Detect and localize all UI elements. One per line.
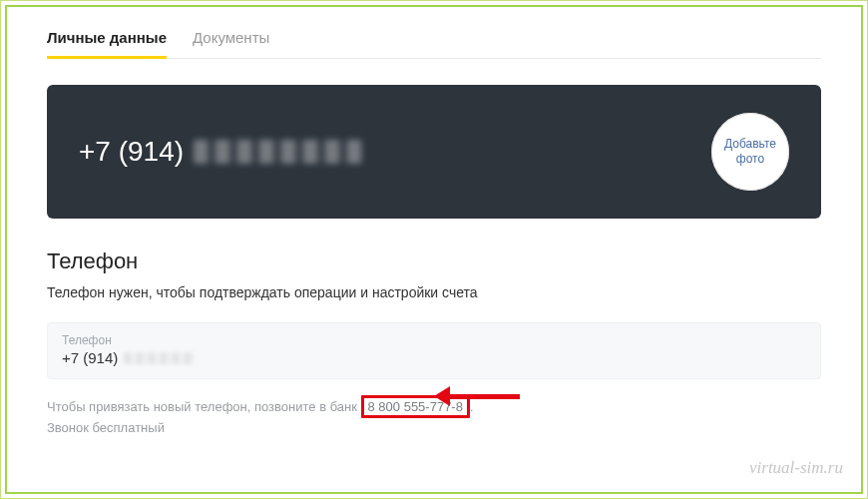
phone-section: Телефон Телефон нужен, чтобы подтверждат…	[47, 249, 821, 439]
phone-prefix: +7 (914)	[79, 136, 184, 168]
phone-field[interactable]: Телефон +7 (914)	[47, 322, 821, 379]
section-title: Телефон	[47, 249, 821, 274]
phone-value-prefix: +7 (914)	[62, 349, 118, 366]
watermark: virtual-sim.ru	[749, 458, 843, 478]
tabs: Личные данные Документы	[47, 21, 821, 59]
profile-phone-number: +7 (914)	[79, 136, 363, 168]
add-photo-label: Добавьте фото	[711, 137, 789, 167]
section-description: Телефон нужен, чтобы подтверждать операц…	[47, 284, 821, 300]
annotation-arrow	[448, 394, 520, 399]
phone-field-label: Телефон	[62, 333, 806, 347]
hint-prefix: Чтобы привязать новый телефон, позвоните…	[47, 399, 357, 414]
phone-field-value: +7 (914)	[62, 349, 806, 366]
hint-line2: Звонок бесплатный	[47, 420, 165, 435]
phone-value-masked	[124, 352, 196, 364]
tab-personal[interactable]: Личные данные	[47, 21, 167, 58]
profile-header-card: +7 (914) Добавьте фото	[47, 85, 821, 219]
phone-masked-part	[194, 140, 363, 164]
tab-documents[interactable]: Документы	[193, 21, 269, 58]
add-photo-button[interactable]: Добавьте фото	[711, 113, 789, 191]
